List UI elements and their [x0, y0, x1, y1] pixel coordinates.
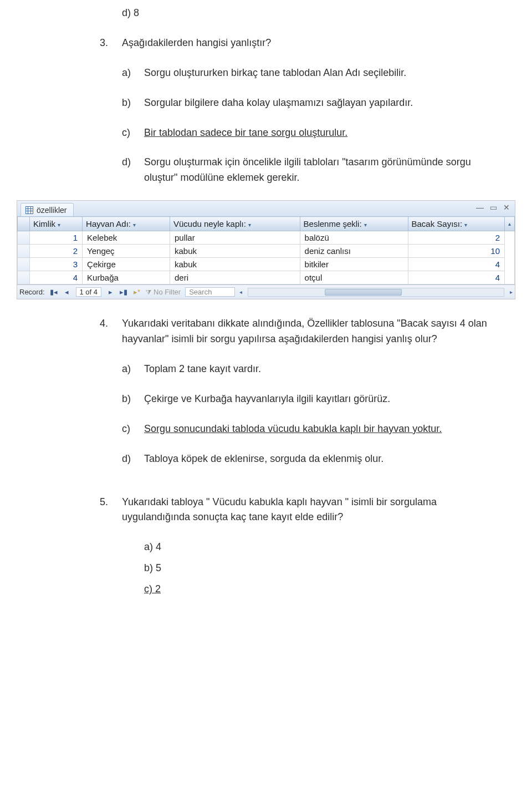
q4-a-num: a) — [122, 362, 144, 377]
cell-bacak[interactable]: 4 — [408, 258, 505, 271]
data-grid: Kimlik▾ Hayvan Adı:▾ Vücudu neyle kaplı:… — [17, 216, 515, 284]
chevron-up-icon[interactable]: ▴ — [508, 221, 511, 227]
col-beslenme[interactable]: Beslenme şekli:▾ — [300, 217, 408, 231]
scroll-right-button[interactable]: ▸ — [510, 289, 513, 295]
cell-vucut[interactable]: kabuk — [170, 245, 300, 258]
search-input[interactable]: Search — [185, 287, 235, 297]
scroll-left-button[interactable]: ◂ — [239, 289, 242, 295]
cell-beslenme[interactable]: deniz canlısı — [300, 245, 408, 258]
cell-hayvan[interactable]: Çekirge — [83, 258, 170, 271]
vertical-scrollbar[interactable]: ▴ — [505, 217, 515, 231]
cell-hayvan[interactable]: Kelebek — [83, 231, 170, 245]
access-table-window: özellikler — ▭ ✕ Kimlik▾ Hayvan Adı:▾ Vü… — [17, 200, 515, 299]
last-record-button[interactable]: ▸▮ — [119, 288, 128, 296]
q5-option-b: b) 5 — [144, 562, 161, 573]
tab-bar: özellikler — ▭ ✕ — [17, 201, 515, 216]
q4-option-b: Çekirge ve Kurbağa hayvanlarıyla ilgili … — [144, 392, 488, 407]
q3-d-num: d) — [122, 155, 144, 186]
cell-kimlik[interactable]: 4 — [30, 271, 83, 284]
cell-vucut[interactable]: kabuk — [170, 258, 300, 271]
col-bacak[interactable]: Bacak Sayısı:▾ — [408, 217, 505, 231]
q3-option-c: Bir tablodan sadece bir tane sorgu oluşt… — [144, 125, 488, 141]
cell-bacak[interactable]: 10 — [408, 245, 505, 258]
minimize-icon[interactable]: — — [475, 203, 485, 212]
table-row[interactable]: 3 Çekirge kabuk bitkiler 4 — [18, 258, 515, 271]
table-row[interactable]: 4 Kurbağa deri otçul 4 — [18, 271, 515, 284]
q5-number: 5. — [100, 495, 122, 526]
col-kimlik[interactable]: Kimlik▾ — [30, 217, 83, 231]
q4-b-num: b) — [122, 392, 144, 407]
q3-stem: Aşağıdakilerden hangisi yanlıştır? — [122, 35, 488, 51]
q3-a-num: a) — [122, 65, 144, 81]
q3-c-num: c) — [122, 125, 144, 141]
q4-number: 4. — [100, 316, 122, 347]
q5-option-c: c) 2 — [144, 583, 161, 594]
table-row[interactable]: 2 Yengeç kabuk deniz canlısı 10 — [18, 245, 515, 258]
restore-icon[interactable]: ▭ — [488, 203, 498, 212]
first-record-button[interactable]: ▮◂ — [49, 288, 58, 296]
cell-hayvan[interactable]: Yengeç — [83, 245, 170, 258]
q4-option-a: Toplam 2 tane kayıt vardır. — [144, 362, 488, 377]
close-icon[interactable]: ✕ — [502, 203, 511, 212]
prev-record-button[interactable]: ◂ — [63, 288, 71, 296]
tab-label: özellikler — [37, 206, 66, 215]
col-hayvan[interactable]: Hayvan Adı:▾ — [83, 217, 170, 231]
tab-ozellikler[interactable]: özellikler — [21, 203, 74, 216]
cell-kimlik[interactable]: 1 — [30, 231, 83, 245]
cell-bacak[interactable]: 2 — [408, 231, 505, 245]
cell-beslenme[interactable]: balözü — [300, 231, 408, 245]
q5-option-a: a) 4 — [144, 541, 161, 552]
chevron-down-icon[interactable]: ▾ — [364, 222, 367, 228]
cell-vucut[interactable]: pullar — [170, 231, 300, 245]
table-icon — [25, 206, 33, 214]
chevron-down-icon[interactable]: ▾ — [58, 222, 60, 228]
chevron-down-icon[interactable]: ▾ — [464, 222, 467, 228]
row-selector-header[interactable] — [18, 217, 30, 231]
q4-d-num: d) — [122, 451, 144, 467]
funnel-icon: ⧩ — [146, 288, 151, 296]
chevron-down-icon[interactable]: ▾ — [133, 222, 136, 228]
q2-option-d: d) 8 — [122, 7, 139, 18]
q3-option-a: Sorgu oluştururken birkaç tane tablodan … — [144, 65, 488, 81]
q4-stem: Yukarıdaki veritabanı dikkate alındığınd… — [122, 316, 488, 347]
cell-hayvan[interactable]: Kurbağa — [83, 271, 170, 284]
cell-vucut[interactable]: deri — [170, 271, 300, 284]
record-label: Record: — [19, 288, 45, 296]
q3-option-d: Sorgu oluşturmak için öncelikle ilgili t… — [144, 155, 488, 186]
cell-beslenme[interactable]: otçul — [300, 271, 408, 284]
record-navigator: Record: ▮◂ ◂ 1 of 4 ▸ ▸▮ ▸* ⧩ No Filter … — [17, 284, 515, 299]
cell-kimlik[interactable]: 3 — [30, 258, 83, 271]
cell-beslenme[interactable]: bitkiler — [300, 258, 408, 271]
new-record-button[interactable]: ▸* — [132, 288, 141, 296]
horizontal-scrollbar[interactable] — [248, 288, 504, 297]
q3-option-b: Sorgular bilgilere daha kolay ulaşmamızı… — [144, 95, 488, 111]
q5-stem: Yukarıdaki tabloya " Vücudu kabukla kapl… — [122, 495, 488, 526]
cell-kimlik[interactable]: 2 — [30, 245, 83, 258]
q4-option-d: Tabloya köpek de eklenirse, sorguda da e… — [144, 451, 488, 467]
filter-indicator[interactable]: ⧩ No Filter — [146, 288, 181, 296]
col-vucut[interactable]: Vücudu neyle kaplı:▾ — [170, 217, 300, 231]
record-counter[interactable]: 1 of 4 — [76, 287, 102, 297]
cell-bacak[interactable]: 4 — [408, 271, 505, 284]
q4-option-c: Sorgu sonucundaki tabloda vücudu kabukla… — [144, 421, 488, 437]
q3-b-num: b) — [122, 95, 144, 111]
chevron-down-icon[interactable]: ▾ — [248, 222, 251, 228]
scrollbar-thumb[interactable] — [325, 289, 401, 296]
q3-number: 3. — [100, 35, 122, 51]
table-row[interactable]: 1 Kelebek pullar balözü 2 — [18, 231, 515, 245]
next-record-button[interactable]: ▸ — [106, 288, 115, 296]
q4-c-num: c) — [122, 421, 144, 437]
